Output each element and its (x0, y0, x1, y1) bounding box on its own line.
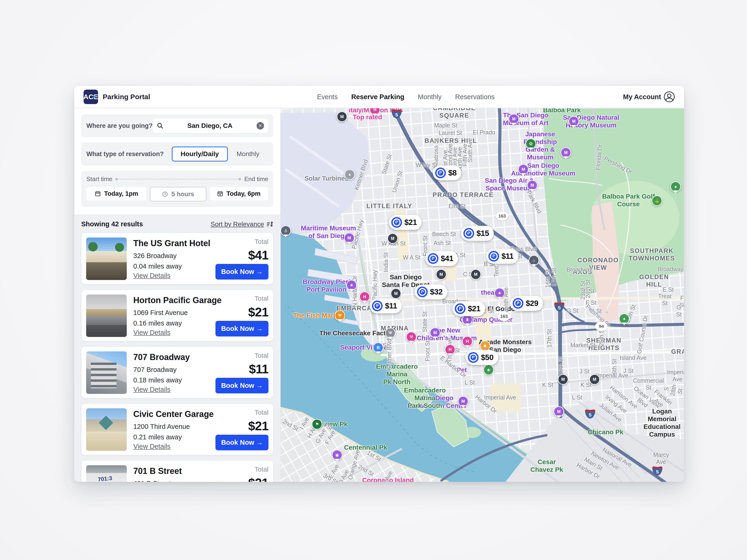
map-canvas (281, 108, 684, 482)
pin-price: $41 (441, 254, 453, 263)
nav-item-reservations[interactable]: Reservations (455, 93, 495, 101)
museum-sherman-icon[interactable]: M (553, 406, 564, 417)
book-now-button[interactable]: Book Now → (215, 435, 268, 450)
seaport-shopping-icon[interactable]: B (373, 342, 384, 353)
pin-price: $21 (468, 304, 481, 313)
result-info: Horton Pacific Garage1069 First Avenue0.… (133, 294, 214, 337)
pin-price: $11 (501, 252, 514, 261)
mining-attraction-icon[interactable]: ⚒ (406, 331, 417, 342)
transit-6-glyph: M (593, 377, 596, 382)
parking-logo-icon (372, 300, 383, 311)
fish-market-icon[interactable]: Ψ (335, 310, 345, 321)
parking-price-pin[interactable]: $11 (486, 249, 518, 264)
solar-turbines-icon[interactable]: ● (344, 169, 355, 180)
clear-search-button[interactable]: × (257, 122, 264, 130)
transit-3-icon[interactable]: M (470, 269, 481, 280)
city-college-icon[interactable]: ⌂ (529, 255, 539, 266)
result-card[interactable]: Civic Center Garage1200 Third Avenue0.21… (81, 403, 273, 455)
map[interactable]: CAMBRIDGE SQUAREBANKERS HILLPRADO TERRAC… (281, 108, 684, 482)
parking-logo-icon (488, 251, 499, 262)
arcade-monsters-icon[interactable]: ☻ (480, 341, 490, 351)
centennial-camera-icon[interactable]: ◉ (332, 450, 342, 460)
brand-logo[interactable]: ACE (83, 89, 98, 104)
toggle-monthly[interactable]: Monthly (228, 150, 268, 158)
park-tree-2-icon[interactable]: ♠ (619, 313, 629, 324)
view-details-link[interactable]: View Details (133, 272, 171, 279)
toggle-hourly-daily[interactable]: Hourly/Daily (172, 146, 228, 161)
transit-5-icon[interactable]: M (558, 374, 568, 385)
highway-shield-5: 5 (554, 302, 564, 312)
nav-item-monthly[interactable]: Monthly (418, 93, 442, 101)
museum-maritime-icon[interactable]: M (344, 233, 355, 243)
duration-field[interactable]: 5 hours (150, 187, 206, 202)
result-photo (86, 238, 127, 280)
pin-price: $15 (476, 229, 489, 238)
parking-price-pin[interactable]: $50 (465, 350, 498, 365)
view-details-link[interactable]: View Details (133, 443, 171, 450)
my-account-button[interactable]: My Account (623, 91, 675, 102)
hotel-pin-3-glyph: H (449, 347, 452, 352)
seaport-shopping-glyph: B (377, 345, 380, 350)
parking-price-pin[interactable]: $41 (425, 251, 458, 266)
garden-flower-icon[interactable]: ✿ (525, 138, 536, 149)
transit-6-icon[interactable]: M (589, 374, 600, 385)
museum-airspace-icon[interactable]: M (527, 180, 538, 191)
convention-center-icon[interactable]: M (458, 396, 468, 407)
museum-park-icon[interactable]: M (561, 147, 571, 158)
dog-park-icon[interactable]: ♣ (483, 365, 494, 375)
parking-price-pin[interactable]: $21 (389, 215, 421, 230)
cheesecake-factory-icon[interactable]: Ψ (385, 328, 396, 338)
transit-4-icon[interactable]: M (390, 288, 401, 299)
result-price-column: Total$21Book Now → (221, 408, 268, 450)
view-details-link[interactable]: View Details (133, 386, 171, 393)
harbor-anchor-icon[interactable]: ⚓ (281, 225, 291, 236)
result-address: 401 B Street (133, 480, 214, 482)
end-time-field[interactable]: Today, 6pm (210, 187, 268, 201)
result-info: The US Grant Hotel326 Broadway0.04 miles… (133, 238, 214, 279)
sort-control[interactable]: Sort by Relevance (211, 220, 273, 228)
book-now-button[interactable]: Book Now → (215, 264, 268, 279)
result-distance: 0.21 miles away (133, 433, 214, 441)
result-card[interactable]: Horton Pacific Garage1069 First Avenue0.… (81, 290, 273, 341)
result-card[interactable]: 707 Broadway707 Broadway0.18 miles awayV… (81, 347, 273, 398)
parking-price-pin[interactable]: $29 (510, 296, 543, 311)
result-card[interactable]: 701 B Street401 B StreetView DetailsTota… (81, 460, 273, 482)
pier-attraction-icon[interactable]: ★ (346, 280, 357, 291)
result-card[interactable]: The US Grant Hotel326 Broadway0.04 miles… (81, 233, 273, 285)
pin-price: $32 (430, 288, 443, 296)
parking-price-pin[interactable]: $8 (433, 165, 461, 180)
hotel-pin-1-icon[interactable]: H (359, 291, 370, 302)
hotel-pin-3-icon[interactable]: H (445, 344, 456, 355)
childrens-museum-icon[interactable]: M (430, 327, 440, 338)
golf-course-icon[interactable]: ⛳ (651, 195, 662, 206)
parking-price-pin[interactable]: $21 (453, 301, 485, 316)
museum-auto-icon[interactable]: M (518, 164, 529, 175)
parking-price-pin[interactable]: $32 (415, 285, 447, 299)
start-time-label: Start time (86, 176, 112, 183)
bayview-flag-icon[interactable]: ⚑ (312, 419, 323, 430)
parking-price-pin[interactable]: $15 (461, 226, 494, 241)
start-time-field[interactable]: Today, 1pm (86, 187, 147, 201)
museum-auto-glyph: M (522, 167, 525, 172)
nav-item-reserve-parking[interactable]: Reserve Parking (351, 93, 404, 101)
transit-7-icon[interactable]: M (337, 111, 347, 122)
result-price-column: Total$41Book Now → (221, 238, 268, 279)
pin-price: $11 (385, 301, 397, 310)
park-tree-1-icon[interactable]: ♠ (670, 181, 681, 192)
nav-item-events[interactable]: Events (317, 93, 338, 101)
view-details-link[interactable]: View Details (133, 329, 171, 337)
book-now-button[interactable]: Book Now → (215, 321, 268, 337)
museum-nathist-icon[interactable]: M (568, 116, 579, 127)
transit-2-icon[interactable]: M (436, 269, 446, 280)
transit-1-icon[interactable]: M (387, 233, 398, 244)
highway-shield-5: 5 (585, 409, 595, 419)
parking-price-pin[interactable]: $11 (369, 298, 402, 313)
theatre-attraction-icon[interactable]: ★ (494, 288, 505, 298)
search-input[interactable]: San Diego, CA × (153, 118, 268, 133)
museum-art-icon[interactable]: M (509, 114, 519, 124)
book-now-button[interactable]: Book Now → (215, 378, 268, 393)
museum-park-glyph: M (564, 150, 568, 155)
calendar-icon (95, 191, 101, 197)
hotel-pin-2-icon[interactable]: H (462, 336, 473, 347)
museum-art-glyph: M (512, 117, 516, 122)
